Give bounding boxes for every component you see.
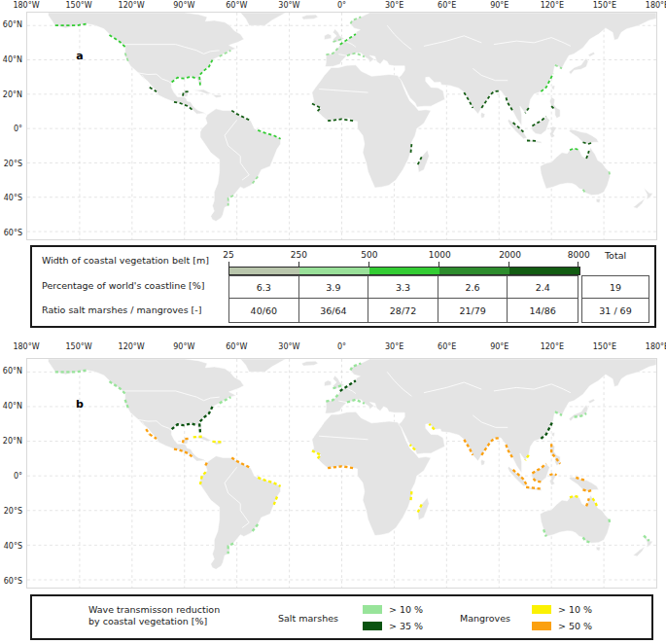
colorbar-segment xyxy=(229,268,299,274)
legend-entry-label: > 10 % xyxy=(558,604,592,615)
colorbar-tick-label: 2000 xyxy=(499,250,521,260)
lat-axis-label: 20°N xyxy=(3,89,22,98)
legend-entry-label: > 35 % xyxy=(389,621,423,631)
ratio-cell: 28/72 xyxy=(368,299,438,322)
table-row-label-percentage: Percentage of world's coastline [%] xyxy=(42,280,205,291)
ratio-cell: 40/60 xyxy=(229,299,299,322)
lon-axis-label: 0° xyxy=(337,1,346,10)
lat-axis-label: 40°S xyxy=(4,194,22,202)
ratio-cell: 36/64 xyxy=(299,299,369,322)
lon-axis-label: 0° xyxy=(337,342,346,351)
figure: 180°W 150°W 120°W 90°W 60°W 30°W 0° 30°E… xyxy=(0,0,666,644)
lon-axis-label: 30°E xyxy=(385,1,403,10)
legend-title-line2: by coastal vegetation [%] xyxy=(88,616,220,627)
colorbar-segment xyxy=(439,268,509,274)
pct-cell: 6.3 xyxy=(229,276,299,299)
lon-axis-label: 60°W xyxy=(226,1,247,10)
lon-axis-label: 30°W xyxy=(278,1,299,10)
pct-cell: 3.9 xyxy=(299,276,369,299)
panel-label-b: b xyxy=(76,398,84,411)
lon-axis-label: 120°E xyxy=(541,342,564,351)
colorbar-segment xyxy=(299,268,369,274)
lon-axis-label: 180°E xyxy=(646,1,666,10)
lon-axis-label: 90°W xyxy=(173,342,194,351)
legend-entry-label: > 50 % xyxy=(558,621,592,631)
lon-axis-label: 180°W xyxy=(13,342,39,351)
ratio-total-cell: 31 / 69 xyxy=(582,299,648,322)
mangrove-50-swatch xyxy=(532,622,551,630)
world-map-a xyxy=(26,12,657,240)
lon-axis-label: 120°E xyxy=(541,1,564,10)
salt-marsh-10-swatch xyxy=(363,605,382,614)
ratio-cell: 14/86 xyxy=(508,299,578,322)
lat-axis-label: 20°N xyxy=(3,437,22,446)
lat-axis-label: 60°N xyxy=(3,367,22,376)
lon-axis-label: 150°W xyxy=(65,342,91,351)
colorbar-tick-label: 500 xyxy=(361,250,377,260)
legend-entry: > 35 % xyxy=(363,618,423,634)
legend-entries-mangroves: > 10 % > 50 % xyxy=(532,601,592,634)
mangrove-10-swatch xyxy=(532,605,551,614)
lat-axis-label: 60°S xyxy=(4,576,22,585)
lon-axis-label: 90°W xyxy=(173,1,194,10)
lon-axis-label: 30°W xyxy=(278,342,299,351)
lon-axis-label: 90°E xyxy=(490,1,508,10)
legend-entries-salt-marshes: > 10 % > 35 % xyxy=(363,601,423,634)
lat-axis-label: 40°N xyxy=(3,54,22,63)
colorbar-tick-label: 1000 xyxy=(429,250,451,260)
colorbar-tick-label: 25 xyxy=(223,250,233,260)
vegetation-width-colorbar xyxy=(228,267,580,275)
lon-axis-label: 60°E xyxy=(438,1,456,10)
pct-total-cell: 19 xyxy=(582,276,648,299)
legend-title: Wave transmisson reduction by coastal ve… xyxy=(88,604,220,626)
table-row-label-width: Width of coastal vegetation belt [m] xyxy=(42,255,209,266)
lon-axis-b: 180°W 150°W 120°W 90°W 60°W 30°W 0° 30°E… xyxy=(26,342,657,353)
colorbar-area: 25 250 500 1000 2000 8000 6.3 3.9 3.3 xyxy=(228,247,580,326)
salt-marsh-35-swatch xyxy=(363,622,382,630)
lon-axis-a: 180°W 150°W 120°W 90°W 60°W 30°W 0° 30°E… xyxy=(26,1,657,12)
lon-axis-label: 60°E xyxy=(438,342,456,351)
table-row-label-ratio: Ratio salt marshes / mangroves [-] xyxy=(42,304,201,315)
legend-entry: > 10 % xyxy=(532,601,592,618)
summary-table: Width of coastal vegetation belt [m] Per… xyxy=(30,245,656,328)
lon-axis-label: 30°E xyxy=(385,342,403,351)
colorbar-segment xyxy=(509,268,579,274)
lat-axis-label: 40°N xyxy=(3,402,22,411)
legend-group-mangroves: Mangroves xyxy=(460,612,510,623)
colorbar-segment xyxy=(369,268,439,274)
pct-cell: 2.6 xyxy=(438,276,508,299)
lat-axis-label: 40°S xyxy=(4,542,22,551)
legend-group-salt-marshes: Salt marshes xyxy=(278,612,338,623)
legend-entry-label: > 10 % xyxy=(389,604,423,615)
legend-title-line1: Wave transmisson reduction xyxy=(88,604,220,616)
lat-axis-label: 60°S xyxy=(4,228,22,236)
pct-cell: 3.3 xyxy=(368,276,438,299)
lon-axis-label: 180°W xyxy=(13,1,39,10)
ratio-cell: 21/79 xyxy=(438,299,508,322)
total-column-cells: 19 31 / 69 xyxy=(581,275,649,323)
lon-axis-label: 120°W xyxy=(119,1,145,10)
lon-axis-label: 90°E xyxy=(490,342,508,351)
lon-axis-label: 150°E xyxy=(593,1,616,10)
lon-axis-label: 120°W xyxy=(119,342,145,351)
legend-box: Wave transmisson reduction by coastal ve… xyxy=(30,594,653,640)
lat-axis-label: 20°S xyxy=(4,507,22,516)
legend-entry: > 10 % xyxy=(363,601,423,618)
panel-label-a: a xyxy=(76,50,83,62)
world-map-b xyxy=(26,358,657,589)
lon-axis-label: 150°W xyxy=(65,1,91,10)
legend-entry: > 50 % xyxy=(532,618,592,634)
colorbar-tick-label: 250 xyxy=(291,250,307,260)
lon-axis-label: 60°W xyxy=(226,342,247,351)
lat-axis-label: 0° xyxy=(14,472,22,481)
lat-axis-label: 20°S xyxy=(4,159,22,167)
table-value-cells: 6.3 3.9 3.3 2.6 2.4 40/60 36/64 28/72 21… xyxy=(228,275,578,323)
lon-axis-label: 150°E xyxy=(593,342,616,351)
lat-axis-label: 0° xyxy=(14,125,22,133)
lat-axis-a: 60°N 40°N 20°N 0° 20°S 40°S 60°S xyxy=(0,12,24,240)
lon-axis-label: 180°E xyxy=(646,342,666,351)
lat-axis-b: 60°N 40°N 20°N 0° 20°S 40°S 60°S xyxy=(0,358,24,589)
pct-cell: 2.4 xyxy=(508,276,578,299)
total-column-label: Total xyxy=(581,250,649,261)
lat-axis-label: 60°N xyxy=(3,20,22,29)
